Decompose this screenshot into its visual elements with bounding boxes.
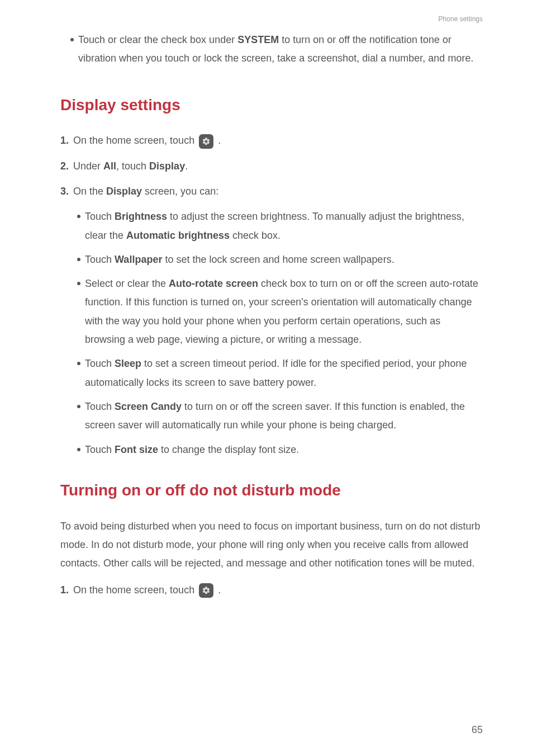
bold-wallpaper: Wallpaper [115,254,162,265]
bold-brightness: Brightness [115,211,167,222]
bullet-text: Touch Brightness to adjust the screen br… [85,207,483,245]
step-number: 1. [60,131,69,150]
bullet-dot-icon [77,448,80,451]
text-fragment: . [218,135,221,146]
step-number: 1. [60,581,69,599]
sub-bullet-sleep: Touch Sleep to set a screen timeout peri… [77,355,483,392]
step-number: 3. [60,182,69,201]
bold-sleep: Sleep [115,358,141,369]
text-fragment: Touch [85,401,115,412]
text-fragment: Under [73,160,103,172]
bullet-text: Touch Wallpaper to set the lock screen a… [85,251,483,269]
step-3: 3. On the Display screen, you can: [60,182,483,201]
top-bullet-item: Touch or clear the check box under SYSTE… [70,31,483,68]
bullet-text: Touch Sleep to set a screen timeout peri… [85,355,483,392]
text-fragment: Touch [85,444,115,455]
text-fragment: Touch or clear the check box under [78,34,237,45]
text-fragment: to change the display font size. [158,444,299,455]
settings-gear-icon [199,134,213,149]
bullet-dot-icon [77,258,80,261]
step-text: On the Display screen, you can: [73,182,483,201]
bold-font-size: Font size [115,444,158,455]
step-text: On the home screen, touch . [73,131,483,150]
text-fragment: Touch [85,358,115,369]
page-content: Touch or clear the check box under SYSTE… [60,0,483,599]
page-number: 65 [472,721,483,739]
bold-auto-brightness: Automatic brightness [126,230,230,241]
bold-screen-candy: Screen Candy [115,401,182,412]
sub-bullet-auto-rotate: Select or clear the Auto-rotate screen c… [77,275,483,349]
step-text: Under All, touch Display. [73,157,483,176]
dnd-step-1: 1. On the home screen, touch . [60,581,483,599]
text-fragment: check box. [230,230,280,241]
text-fragment: to set a screen timeout period. If idle … [85,358,467,388]
text-fragment: . [218,584,221,596]
step-2: 2. Under All, touch Display. [60,157,483,176]
text-fragment: On the home screen, touch [73,584,197,596]
bold-display: Display [149,160,185,172]
sub-bullet-font-size: Touch Font size to change the display fo… [77,441,483,459]
text-fragment: . [185,160,188,172]
text-fragment: , touch [116,160,149,172]
text-fragment: On the [73,186,106,197]
step-1: 1. On the home screen, touch . [60,131,483,150]
text-fragment: Touch [85,254,115,265]
bullet-dot-icon [77,282,80,285]
bullet-dot-icon [77,215,80,218]
sub-bullet-screen-candy: Touch Screen Candy to turn on or off the… [77,398,483,435]
sub-bullet-brightness: Touch Brightness to adjust the screen br… [77,207,483,245]
bullet-dot-icon [70,38,74,41]
bullet-dot-icon [77,362,80,365]
text-fragment: On the home screen, touch [73,135,197,146]
step-number: 2. [60,157,69,176]
text-fragment: Touch [85,211,115,222]
bold-system: SYSTEM [237,34,279,45]
bullet-text: Touch Font size to change the display fo… [85,441,483,459]
text-fragment: Select or clear the [85,278,169,289]
dnd-paragraph: To avoid being disturbed when you need t… [60,517,483,573]
bullet-text: Select or clear the Auto-rotate screen c… [85,275,483,349]
heading-display-settings: Display settings [60,91,483,120]
heading-do-not-disturb: Turning on or off do not disturb mode [60,476,483,505]
bullet-text: Touch Screen Candy to turn on or off the… [85,398,483,435]
header-section-label: Phone settings [439,13,483,25]
bullet-dot-icon [77,405,80,408]
settings-gear-icon [199,583,213,598]
sub-bullet-wallpaper: Touch Wallpaper to set the lock screen a… [77,251,483,269]
bold-display: Display [106,186,142,197]
step-text: On the home screen, touch . [73,581,483,599]
bold-all: All [103,160,116,172]
bold-auto-rotate: Auto-rotate screen [169,278,258,289]
top-bullet-text: Touch or clear the check box under SYSTE… [78,31,483,68]
text-fragment: to set the lock screen and home screen w… [162,254,394,265]
text-fragment: screen, you can: [142,186,218,197]
